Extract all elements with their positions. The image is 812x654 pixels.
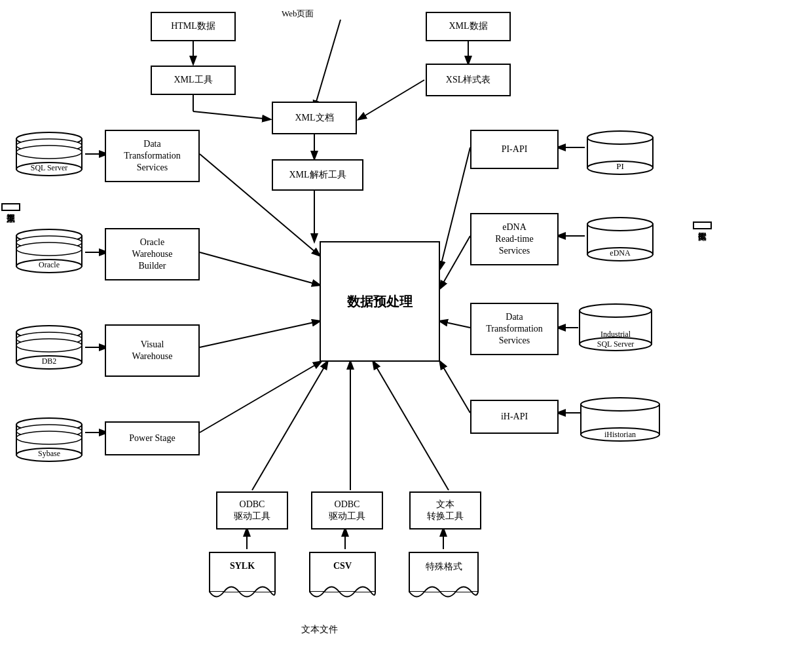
svg-point-44 [16, 339, 82, 352]
svg-line-13 [200, 321, 320, 347]
svg-rect-62 [210, 552, 275, 592]
svg-point-61 [581, 398, 659, 411]
svg-point-49 [16, 431, 82, 444]
power-stage-box: Power Stage [105, 421, 200, 455]
special-format-scroll: 特殊格式 [406, 549, 481, 602]
architecture-diagram: HTML数据 Web页面 XML工具 XML文档 XML数据 XSL样式表 XM… [0, 0, 812, 654]
svg-line-3 [314, 20, 341, 108]
svg-line-17 [440, 147, 470, 269]
sql-server-cylinder: SQL Server [13, 131, 85, 177]
svg-line-5 [359, 80, 424, 119]
xml-parser-box: XML解析工具 [272, 159, 363, 191]
edna-services-box: eDNARead-timeServices [470, 213, 559, 265]
pi-cylinder: PI [584, 130, 656, 176]
ihistorian-cylinder: iHistorian [578, 396, 663, 442]
html-data-box: HTML数据 [151, 12, 236, 41]
svg-line-24 [252, 362, 327, 490]
visual-warehouse-box: VisualWarehouse [105, 324, 200, 377]
svg-point-55 [587, 218, 653, 231]
svg-line-23 [440, 362, 470, 413]
xml-data-box: XML数据 [426, 12, 511, 41]
dts-box: DataTransformationServices [105, 130, 200, 182]
svg-line-21 [440, 321, 470, 328]
oracle-cylinder: Oracle [13, 228, 85, 274]
text-file-label: 文本文件 [301, 624, 338, 636]
pi-api-box: PI-API [470, 130, 559, 169]
svg-point-39 [16, 242, 82, 256]
svg-point-52 [587, 131, 653, 144]
xsl-style-box: XSL样式表 [426, 64, 511, 96]
realtime-db-label: 实时数据库 [693, 221, 712, 229]
xml-doc-box: XML文档 [272, 102, 357, 134]
csv-scroll: CSV [306, 549, 378, 602]
odbc2-box: ODBC驱动工具 [311, 491, 383, 529]
svg-line-26 [373, 362, 449, 490]
odbc1-box: ODBC驱动工具 [216, 491, 288, 529]
sylk-scroll: SYLK [206, 549, 278, 602]
xml-tool-box: XML工具 [151, 66, 236, 95]
svg-line-11 [200, 252, 320, 285]
svg-rect-63 [310, 552, 375, 592]
dts2-box: DataTransformationServices [470, 303, 559, 355]
sybase-cylinder: Sybase [13, 417, 85, 463]
ih-api-box: iH-API [470, 400, 559, 434]
svg-point-34 [16, 145, 82, 159]
db2-cylinder: DB2 [13, 324, 85, 370]
svg-line-2 [193, 111, 270, 119]
industrial-sql-cylinder: IndustrialSQL Server [576, 303, 655, 352]
svg-point-58 [580, 304, 652, 317]
web-page-label: Web页面 [282, 8, 314, 20]
owb-box: OracleWarehouseBuilder [105, 228, 200, 280]
data-preprocessing-box: 数据预处理 [320, 241, 440, 362]
text-conv-box: 文本转换工具 [409, 491, 481, 529]
svg-line-15 [200, 362, 321, 433]
relational-db-label: 关系型数据库 [1, 203, 20, 211]
svg-line-19 [440, 236, 470, 288]
edna-cylinder: eDNA [584, 216, 656, 262]
